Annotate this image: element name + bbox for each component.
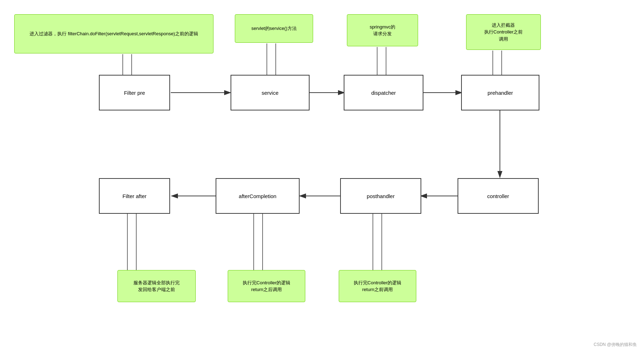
- white-box-service: service: [231, 75, 310, 110]
- green-box-posthandler-label: 执行完Controller的逻辑return之前调用: [339, 270, 416, 302]
- white-box-dispatcher: dispatcher: [344, 75, 423, 110]
- green-box-filter-pre: 进入过滤器，执行 filterChain.doFilter(servletReq…: [14, 14, 213, 53]
- diagram-container: 进入过滤器，执行 filterChain.doFilter(servletReq…: [0, 0, 644, 352]
- white-box-filter-after: Filter after: [99, 178, 170, 214]
- green-box-prehandler: 进入拦截器执行Controller之前调用: [466, 14, 541, 50]
- green-box-after-completion-label: 执行完Controller的逻辑return之后调用: [228, 270, 305, 302]
- green-box-filter-after-label: 服务器逻辑全部执行完发回给客户端之前: [117, 270, 196, 302]
- green-box-dispatcher: springmvc的请求分发: [347, 14, 418, 46]
- white-box-posthandler: posthandler: [340, 178, 421, 214]
- white-box-prehandler: prehandler: [461, 75, 539, 110]
- white-box-after-completion: afterCompletion: [216, 178, 300, 214]
- white-box-controller: controller: [458, 178, 539, 214]
- white-box-filter-pre: Filter pre: [99, 75, 170, 110]
- watermark: CSDN @傍晚的猫和鱼: [593, 342, 637, 348]
- green-box-service: servlet的service()方法: [235, 14, 313, 43]
